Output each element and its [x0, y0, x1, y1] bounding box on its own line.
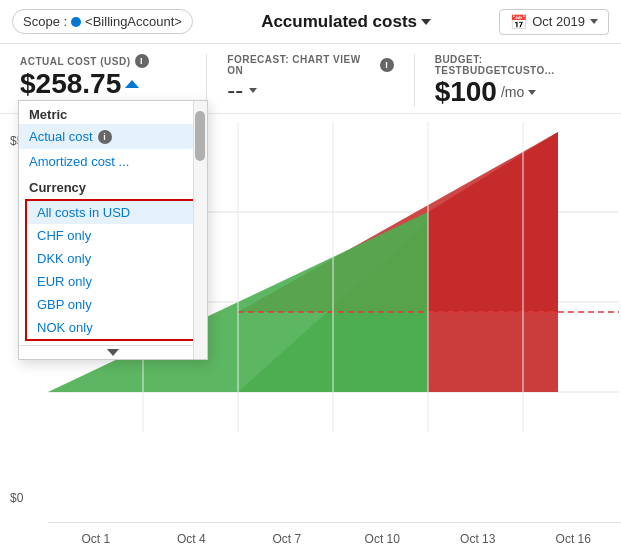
- currency-section-label: Currency: [19, 174, 207, 197]
- stats-divider-2: [414, 54, 415, 107]
- budget-value: $100 /mo: [435, 76, 601, 108]
- actual-cost-value: $258.75: [20, 68, 186, 100]
- currency-item-nok[interactable]: NOK only: [27, 316, 199, 339]
- per-month-label: /mo: [501, 84, 524, 100]
- budget-chevron-down-icon: [528, 90, 536, 95]
- metric-currency-dropdown: Metric Actual cost i Amortized cost ... …: [18, 100, 208, 360]
- actual-cost-dropdown-info-icon[interactable]: i: [98, 130, 112, 144]
- y-label-0: $0: [10, 371, 30, 505]
- actual-cost-block: ACTUAL COST (USD) i $258.75: [20, 54, 186, 100]
- title-chevron-down-icon: [421, 19, 431, 25]
- metric-section-label: Metric: [19, 101, 207, 124]
- forecast-value: --: [227, 76, 393, 104]
- actual-cost-label: ACTUAL COST (USD) i: [20, 54, 186, 68]
- header-center: Accumulated costs: [193, 12, 499, 32]
- accumulated-costs-button[interactable]: Accumulated costs: [261, 12, 431, 32]
- header-title: Accumulated costs: [261, 12, 417, 32]
- currency-item-gbp[interactable]: GBP only: [27, 293, 199, 316]
- calendar-icon: 📅: [510, 14, 527, 30]
- actual-cost-up-chevron-icon[interactable]: [125, 80, 139, 88]
- forecast-label: FORECAST: CHART VIEW ON i: [227, 54, 393, 76]
- date-chevron-down-icon: [590, 19, 598, 24]
- x-label-oct7: Oct 7: [239, 532, 335, 546]
- x-label-oct4: Oct 4: [144, 532, 240, 546]
- x-label-oct10: Oct 10: [335, 532, 431, 546]
- header-bar: Scope : <BillingAccount> Accumulated cos…: [0, 0, 621, 44]
- budget-label: BUDGET: TESTBUDGETCUSTO...: [435, 54, 601, 76]
- x-axis: Oct 1 Oct 4 Oct 7 Oct 10 Oct 13 Oct 16: [48, 522, 621, 555]
- x-label-oct16: Oct 16: [526, 532, 622, 546]
- date-label: Oct 2019: [532, 14, 585, 29]
- currency-item-chf[interactable]: CHF only: [27, 224, 199, 247]
- dropdown-scroll-down[interactable]: [19, 345, 207, 359]
- amortized-cost-dropdown-item[interactable]: Amortized cost ...: [19, 149, 207, 174]
- scope-label: Scope :: [23, 14, 67, 29]
- forecast-block: FORECAST: CHART VIEW ON i --: [227, 54, 393, 104]
- x-label-oct1: Oct 1: [48, 532, 144, 546]
- currency-item-eur[interactable]: EUR only: [27, 270, 199, 293]
- main-content: ACTUAL COST (USD) i $258.75 FORECAST: CH…: [0, 44, 621, 555]
- forecast-chevron-down-icon: [249, 88, 257, 93]
- currency-section: All costs in USD CHF only DKK only EUR o…: [25, 199, 201, 341]
- scope-dot-icon: [71, 17, 81, 27]
- actual-cost-dropdown-item[interactable]: Actual cost i: [19, 124, 207, 149]
- forecast-info-icon[interactable]: i: [380, 58, 394, 72]
- scope-pill[interactable]: Scope : <BillingAccount>: [12, 9, 193, 34]
- dropdown-scrollbar-thumb[interactable]: [195, 111, 205, 161]
- budget-block: BUDGET: TESTBUDGETCUSTO... $100 /mo: [435, 54, 601, 108]
- actual-cost-info-icon[interactable]: i: [135, 54, 149, 68]
- date-range-button[interactable]: 📅 Oct 2019: [499, 9, 609, 35]
- dropdown-down-chevron-icon: [107, 349, 119, 356]
- x-label-oct13: Oct 13: [430, 532, 526, 546]
- dropdown-scrollbar-track[interactable]: [193, 101, 207, 359]
- currency-item-usd[interactable]: All costs in USD: [27, 201, 199, 224]
- scope-value: <BillingAccount>: [85, 14, 182, 29]
- currency-item-dkk[interactable]: DKK only: [27, 247, 199, 270]
